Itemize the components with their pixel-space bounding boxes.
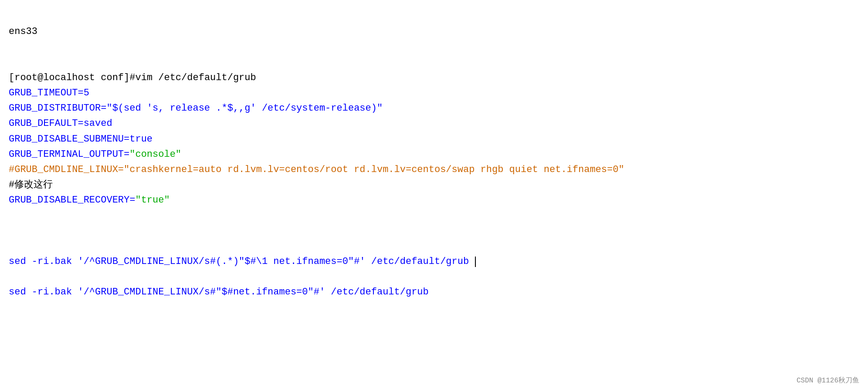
text-segment: GRUB_TIMEOUT=5 (9, 88, 89, 98)
line-grub-recovery: GRUB_DISABLE_RECOVERY="true" (9, 193, 859, 208)
line-grub-timeout: GRUB_TIMEOUT=5 (9, 85, 859, 101)
text-segment: #vim /etc/default/grub (129, 72, 256, 83)
text-segment: #修改这行 (9, 179, 53, 190)
line-sed1: sed -ri.bak '/^GRUB_CMDLINE_LINUX/s#(.*)… (9, 254, 859, 269)
line-blank3: ​ (9, 208, 859, 223)
line-grub-submenu: GRUB_DISABLE_SUBMENU=true (9, 132, 859, 147)
text-segment: GRUB_DISTRIBUTOR="$(sed 's, release .*$,… (9, 103, 383, 114)
text-segment: sed -ri.bak '/^GRUB_CMDLINE_LINUX/s#(.*)… (9, 256, 475, 267)
text-segment: GRUB_DEFAULT=saved (9, 118, 112, 129)
text-segment: GRUB_DISABLE_RECOVERY= (9, 195, 135, 206)
text-cursor (475, 257, 476, 267)
line-grub-distributor: GRUB_DISTRIBUTOR="$(sed 's, release .*$,… (9, 101, 859, 116)
text-segment: GRUB_TERMINAL_OUTPUT= (9, 149, 129, 160)
line-sed2: sed -ri.bak '/^GRUB_CMDLINE_LINUX/s#"$#n… (9, 284, 859, 300)
line-blank4: ​ (9, 223, 859, 239)
line-blank1: ​ (9, 39, 859, 54)
line-grub-default: GRUB_DEFAULT=saved (9, 116, 859, 131)
line-ens33: ens33 (9, 24, 859, 39)
text-segment: #GRUB_CMDLINE_LINUX= (9, 164, 124, 175)
text-segment: "console" (129, 149, 181, 160)
text-segment: "true" (135, 195, 170, 206)
line-grub-cmdline-commented: #GRUB_CMDLINE_LINUX="crashkernel=auto rd… (9, 162, 859, 177)
line-grub-terminal: GRUB_TERMINAL_OUTPUT="console" (9, 147, 859, 162)
line-blank2: ​ (9, 55, 859, 70)
line-prompt-vim: [root@localhost conf]#vim /etc/default/g… (9, 70, 859, 85)
line-blank5: ​ (9, 239, 859, 254)
watermark: CSDN @1126秋刀鱼 (797, 375, 859, 387)
terminal-output: ens33​​[root@localhost conf]#vim /etc/de… (9, 9, 859, 300)
line-blank6: ​ (9, 269, 859, 284)
text-segment: sed -ri.bak '/^GRUB_CMDLINE_LINUX/s#"$#n… (9, 287, 429, 297)
text-segment: "crashkernel=auto rd.lvm.lv=centos/root … (124, 164, 624, 175)
text-segment: GRUB_DISABLE_SUBMENU=true (9, 134, 153, 145)
line-comment-modify: #修改这行 (9, 177, 859, 193)
text-segment: ens33 (9, 26, 37, 37)
text-segment: [root@localhost conf] (9, 72, 129, 83)
